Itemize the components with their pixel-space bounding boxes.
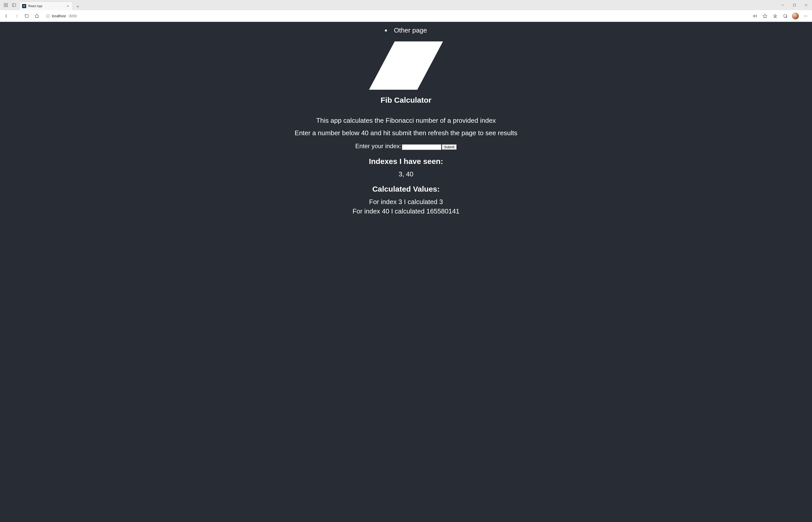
url-host: localhost xyxy=(52,14,66,18)
calc-line-1: For index 40 I calculated 165580141 xyxy=(0,207,812,215)
svg-rect-11 xyxy=(793,4,796,6)
spaces-icon[interactable] xyxy=(3,3,8,7)
calc-line-0: For index 3 I calculated 3 xyxy=(0,198,812,206)
svg-rect-0 xyxy=(4,3,5,4)
forward-button[interactable] xyxy=(12,12,21,20)
react-favicon-icon xyxy=(22,4,26,8)
url-port: :3050 xyxy=(68,14,77,18)
collections-button[interactable] xyxy=(781,12,790,20)
svg-rect-2 xyxy=(4,5,5,7)
index-input[interactable] xyxy=(402,144,441,150)
svg-rect-1 xyxy=(6,3,7,4)
nav-item-label: Other page xyxy=(394,26,427,34)
avatar-icon xyxy=(792,13,799,20)
tab-react-app[interactable]: React App × xyxy=(19,1,73,10)
svg-point-26 xyxy=(807,16,807,16)
svg-rect-20 xyxy=(784,15,787,17)
tabstrip: React App × + xyxy=(19,0,81,10)
intro-text-1: This app calculates the Fibonacci number… xyxy=(0,117,812,124)
svg-point-6 xyxy=(24,6,24,6)
close-tab-icon[interactable]: × xyxy=(66,4,70,8)
svg-rect-3 xyxy=(6,5,7,7)
more-button[interactable] xyxy=(801,12,810,20)
page-viewport: Other page Fib Calculator This app calcu… xyxy=(0,22,812,522)
index-form: Enter your index:Submit xyxy=(0,143,812,150)
favorites-list-button[interactable] xyxy=(771,12,779,20)
nav-list: Other page xyxy=(0,22,812,34)
svg-rect-4 xyxy=(12,3,16,6)
window-close-button[interactable] xyxy=(800,0,812,10)
app-logo-icon xyxy=(369,41,443,90)
refresh-button[interactable] xyxy=(22,12,31,20)
back-button[interactable] xyxy=(2,12,11,20)
svg-point-24 xyxy=(804,16,805,16)
profile-button[interactable] xyxy=(791,12,800,20)
page-title: Fib Calculator xyxy=(0,96,812,104)
svg-marker-17 xyxy=(763,14,767,18)
favorite-button[interactable] xyxy=(761,12,769,20)
site-info-icon[interactable] xyxy=(46,14,50,18)
calc-heading: Calculated Values: xyxy=(0,185,812,194)
read-aloud-button[interactable] xyxy=(751,12,759,20)
tab-title: React App xyxy=(28,4,64,8)
svg-marker-18 xyxy=(774,14,777,17)
seen-values: 3, 40 xyxy=(0,170,812,178)
window-minimize-button[interactable] xyxy=(777,0,789,10)
home-button[interactable] xyxy=(33,12,41,20)
intro-text-2: Enter a number below 40 and hit submit t… xyxy=(0,129,812,137)
window-maximize-button[interactable] xyxy=(789,0,800,10)
submit-button[interactable]: Submit xyxy=(442,144,457,150)
index-label: Enter your index: xyxy=(355,143,401,149)
svg-point-25 xyxy=(806,16,806,16)
address-bar[interactable]: localhost:3050 xyxy=(43,12,749,20)
new-tab-button[interactable]: + xyxy=(74,3,81,10)
sidebar-toggle-icon[interactable] xyxy=(12,3,16,7)
seen-heading: Indexes I have seen: xyxy=(0,157,812,166)
browser-toolbar: localhost:3050 xyxy=(0,10,812,22)
nav-item-other-page[interactable]: Other page xyxy=(0,26,812,34)
window-titlebar: React App × + xyxy=(0,0,812,10)
logo-wrap xyxy=(0,41,812,90)
